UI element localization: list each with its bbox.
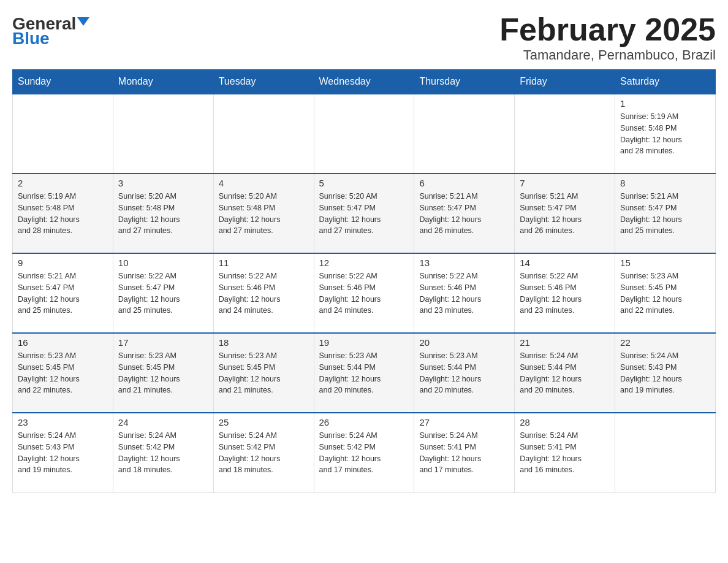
day-info: Sunrise: 5:22 AMSunset: 5:46 PMDaylight:… — [419, 270, 509, 316]
day-number: 27 — [419, 417, 509, 427]
calendar-week-row: 16Sunrise: 5:23 AMSunset: 5:45 PMDayligh… — [13, 333, 716, 413]
day-info: Sunrise: 5:24 AMSunset: 5:44 PMDaylight:… — [520, 350, 610, 396]
table-row — [414, 94, 515, 174]
table-row — [213, 94, 314, 174]
table-row: 9Sunrise: 5:21 AMSunset: 5:47 PMDaylight… — [13, 253, 113, 333]
day-number: 25 — [219, 417, 309, 427]
table-row: 1Sunrise: 5:19 AMSunset: 5:48 PMDaylight… — [615, 94, 716, 174]
table-row: 4Sunrise: 5:20 AMSunset: 5:48 PMDaylight… — [213, 174, 314, 253]
table-row — [314, 94, 414, 174]
day-info: Sunrise: 5:24 AMSunset: 5:43 PMDaylight:… — [18, 430, 108, 476]
table-row: 18Sunrise: 5:23 AMSunset: 5:45 PMDayligh… — [213, 333, 314, 413]
day-number: 19 — [319, 337, 409, 348]
table-row: 15Sunrise: 5:23 AMSunset: 5:45 PMDayligh… — [615, 253, 716, 333]
day-number: 17 — [118, 337, 208, 348]
calendar-week-row: 9Sunrise: 5:21 AMSunset: 5:47 PMDaylight… — [13, 253, 716, 333]
calendar-table: Sunday Monday Tuesday Wednesday Thursday… — [12, 69, 716, 493]
table-row: 16Sunrise: 5:23 AMSunset: 5:45 PMDayligh… — [13, 333, 113, 413]
calendar-title: February 2025 — [499, 12, 716, 47]
day-info: Sunrise: 5:23 AMSunset: 5:45 PMDaylight:… — [118, 350, 208, 396]
table-row — [113, 94, 213, 174]
header-friday: Friday — [515, 70, 615, 94]
day-number: 6 — [419, 178, 509, 188]
logo-triangle-icon — [77, 17, 89, 26]
table-row: 27Sunrise: 5:24 AMSunset: 5:41 PMDayligh… — [414, 413, 515, 492]
day-info: Sunrise: 5:21 AMSunset: 5:47 PMDaylight:… — [620, 191, 710, 237]
table-row: 28Sunrise: 5:24 AMSunset: 5:41 PMDayligh… — [515, 413, 615, 492]
day-number: 28 — [520, 417, 610, 427]
day-info: Sunrise: 5:22 AMSunset: 5:47 PMDaylight:… — [118, 270, 208, 316]
day-number: 5 — [319, 178, 409, 188]
day-info: Sunrise: 5:23 AMSunset: 5:44 PMDaylight:… — [419, 350, 509, 396]
table-row: 7Sunrise: 5:21 AMSunset: 5:47 PMDaylight… — [515, 174, 615, 253]
table-row: 26Sunrise: 5:24 AMSunset: 5:42 PMDayligh… — [314, 413, 414, 492]
table-row — [615, 413, 716, 492]
table-row: 11Sunrise: 5:22 AMSunset: 5:46 PMDayligh… — [213, 253, 314, 333]
day-info: Sunrise: 5:20 AMSunset: 5:48 PMDaylight:… — [118, 191, 208, 237]
day-info: Sunrise: 5:23 AMSunset: 5:45 PMDaylight:… — [620, 270, 710, 316]
day-info: Sunrise: 5:22 AMSunset: 5:46 PMDaylight:… — [520, 270, 610, 316]
table-row: 24Sunrise: 5:24 AMSunset: 5:42 PMDayligh… — [113, 413, 213, 492]
day-number: 2 — [18, 178, 108, 188]
table-row: 23Sunrise: 5:24 AMSunset: 5:43 PMDayligh… — [13, 413, 113, 492]
calendar-week-row: 23Sunrise: 5:24 AMSunset: 5:43 PMDayligh… — [13, 413, 716, 492]
day-info: Sunrise: 5:24 AMSunset: 5:43 PMDaylight:… — [620, 350, 710, 396]
day-number: 8 — [620, 178, 710, 188]
day-info: Sunrise: 5:23 AMSunset: 5:45 PMDaylight:… — [219, 350, 309, 396]
day-number: 4 — [219, 178, 309, 188]
table-row: 14Sunrise: 5:22 AMSunset: 5:46 PMDayligh… — [515, 253, 615, 333]
table-row: 20Sunrise: 5:23 AMSunset: 5:44 PMDayligh… — [414, 333, 515, 413]
day-number: 11 — [219, 258, 309, 268]
day-info: Sunrise: 5:22 AMSunset: 5:46 PMDaylight:… — [219, 270, 309, 316]
day-number: 23 — [18, 417, 108, 427]
day-info: Sunrise: 5:19 AMSunset: 5:48 PMDaylight:… — [620, 111, 710, 157]
day-number: 22 — [620, 337, 710, 348]
day-number: 18 — [219, 337, 309, 348]
table-row: 3Sunrise: 5:20 AMSunset: 5:48 PMDaylight… — [113, 174, 213, 253]
day-number: 7 — [520, 178, 610, 188]
day-info: Sunrise: 5:22 AMSunset: 5:46 PMDaylight:… — [319, 270, 409, 316]
day-info: Sunrise: 5:20 AMSunset: 5:48 PMDaylight:… — [219, 191, 309, 237]
day-info: Sunrise: 5:21 AMSunset: 5:47 PMDaylight:… — [419, 191, 509, 237]
table-row: 25Sunrise: 5:24 AMSunset: 5:42 PMDayligh… — [213, 413, 314, 492]
page-header: General Blue February 2025 Tamandare, Pe… — [12, 12, 716, 63]
day-info: Sunrise: 5:23 AMSunset: 5:44 PMDaylight:… — [319, 350, 409, 396]
header-tuesday: Tuesday — [213, 70, 314, 94]
calendar-subtitle: Tamandare, Pernambuco, Brazil — [499, 47, 716, 63]
logo-blue: Blue — [12, 30, 50, 47]
day-number: 9 — [18, 258, 108, 268]
header-monday: Monday — [113, 70, 213, 94]
day-info: Sunrise: 5:21 AMSunset: 5:47 PMDaylight:… — [520, 191, 610, 237]
day-info: Sunrise: 5:24 AMSunset: 5:42 PMDaylight:… — [319, 430, 409, 476]
table-row: 21Sunrise: 5:24 AMSunset: 5:44 PMDayligh… — [515, 333, 615, 413]
table-row: 2Sunrise: 5:19 AMSunset: 5:48 PMDaylight… — [13, 174, 113, 253]
day-number: 24 — [118, 417, 208, 427]
logo: General Blue — [12, 12, 89, 47]
day-info: Sunrise: 5:24 AMSunset: 5:41 PMDaylight:… — [520, 430, 610, 476]
day-info: Sunrise: 5:24 AMSunset: 5:41 PMDaylight:… — [419, 430, 509, 476]
calendar-week-row: 2Sunrise: 5:19 AMSunset: 5:48 PMDaylight… — [13, 174, 716, 253]
day-number: 16 — [18, 337, 108, 348]
table-row — [13, 94, 113, 174]
day-number: 14 — [520, 258, 610, 268]
day-number: 1 — [620, 98, 710, 109]
table-row: 8Sunrise: 5:21 AMSunset: 5:47 PMDaylight… — [615, 174, 716, 253]
table-row: 5Sunrise: 5:20 AMSunset: 5:47 PMDaylight… — [314, 174, 414, 253]
table-row: 10Sunrise: 5:22 AMSunset: 5:47 PMDayligh… — [113, 253, 213, 333]
day-number: 13 — [419, 258, 509, 268]
table-row: 12Sunrise: 5:22 AMSunset: 5:46 PMDayligh… — [314, 253, 414, 333]
header-wednesday: Wednesday — [314, 70, 414, 94]
header-thursday: Thursday — [414, 70, 515, 94]
header-saturday: Saturday — [615, 70, 716, 94]
day-info: Sunrise: 5:24 AMSunset: 5:42 PMDaylight:… — [118, 430, 208, 476]
table-row: 17Sunrise: 5:23 AMSunset: 5:45 PMDayligh… — [113, 333, 213, 413]
table-row: 6Sunrise: 5:21 AMSunset: 5:47 PMDaylight… — [414, 174, 515, 253]
calendar-header-row: Sunday Monday Tuesday Wednesday Thursday… — [13, 70, 716, 94]
day-number: 20 — [419, 337, 509, 348]
day-number: 12 — [319, 258, 409, 268]
day-number: 26 — [319, 417, 409, 427]
table-row: 13Sunrise: 5:22 AMSunset: 5:46 PMDayligh… — [414, 253, 515, 333]
title-section: February 2025 Tamandare, Pernambuco, Bra… — [499, 12, 716, 63]
day-number: 15 — [620, 258, 710, 268]
day-info: Sunrise: 5:21 AMSunset: 5:47 PMDaylight:… — [18, 270, 108, 316]
